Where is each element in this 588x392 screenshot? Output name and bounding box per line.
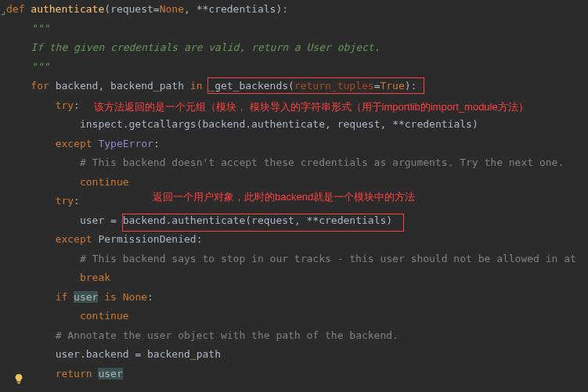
- docstring-close: """: [31, 61, 49, 73]
- docstring-open: """: [31, 23, 49, 34]
- comment: # This backend doesn't accept these cred…: [80, 156, 564, 168]
- comment: # This backend says to stop in our track…: [80, 253, 576, 264]
- annotation-1: 该方法返回的是一个元组（模块， 模块导入的字符串形式（用于importlib的i…: [94, 100, 528, 114]
- annotation-2: 返回一个用户对象，此时的backend就是一个模块中的方法: [153, 190, 415, 204]
- keyword-def: def: [6, 3, 24, 15]
- docstring-text: If the given credentials are valid, retu…: [31, 41, 380, 53]
- comment: # Annotate the user object with the path…: [56, 329, 399, 341]
- function-name: authenticate: [31, 3, 104, 15]
- intention-bulb-icon[interactable]: [13, 372, 24, 383]
